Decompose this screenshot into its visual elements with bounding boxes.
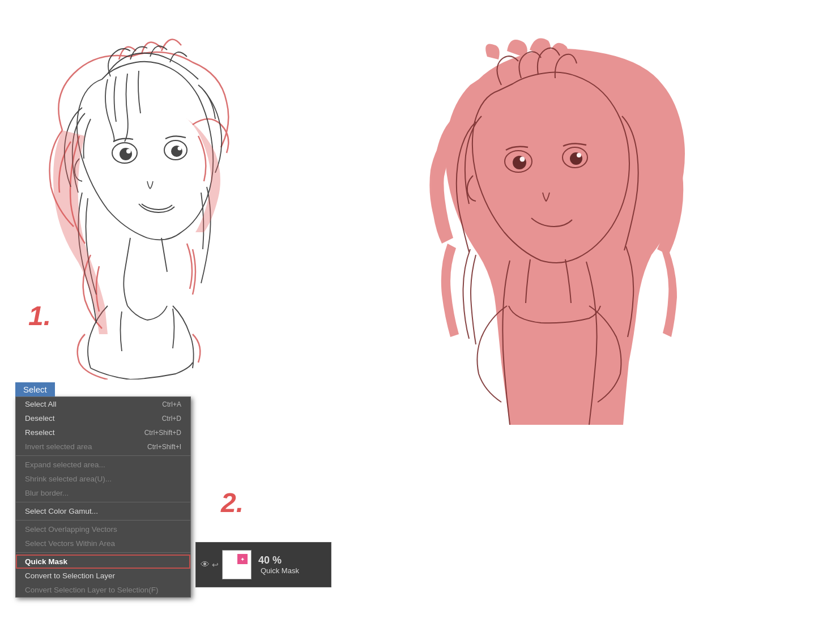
svg-point-5 bbox=[178, 147, 182, 151]
menu-separator bbox=[16, 455, 190, 456]
menu-separator-3 bbox=[16, 520, 190, 521]
eye-icon: 👁 bbox=[201, 560, 210, 570]
menu-item-label: Select Overlapping Vectors bbox=[25, 525, 117, 534]
menu-item-label: Select Color Gamut... bbox=[25, 507, 98, 515]
menu-item-select-all[interactable]: Select All Ctrl+A bbox=[16, 397, 190, 411]
menu-item-shortcut: Ctrl+D bbox=[162, 415, 181, 423]
menu-item-shortcut: Ctrl+A bbox=[162, 400, 181, 408]
quick-mask-panel: 👁 ↩ ✦ 40 % Quick Mask bbox=[195, 542, 331, 587]
left-character-sketch bbox=[17, 28, 334, 379]
step-1-text: 1. bbox=[28, 301, 51, 331]
menu-item-label: Shrink selected area(U)... bbox=[25, 475, 112, 483]
menu-item-label: Reselect bbox=[25, 428, 55, 437]
menu-item-convert-to-selection[interactable]: Convert Selection Layer to Selection(F) bbox=[16, 583, 190, 597]
menu-item-label: Blur border... bbox=[25, 489, 69, 497]
menu-item-expand[interactable]: Expand selected area... bbox=[16, 458, 190, 472]
pink-mask-icon: ✦ bbox=[236, 553, 249, 565]
menu-title-text: Select bbox=[23, 385, 47, 394]
svg-point-10 bbox=[520, 157, 525, 162]
quick-mask-label: Quick Mask bbox=[261, 566, 299, 575]
menu-item-convert-selection-layer[interactable]: Convert to Selection Layer bbox=[16, 569, 190, 583]
menu-separator-4 bbox=[16, 552, 190, 553]
menu-item-label: Deselect bbox=[25, 414, 55, 423]
menu-separator-2 bbox=[16, 502, 190, 502]
menu-item-color-gamut[interactable]: Select Color Gamut... bbox=[16, 504, 190, 518]
quick-mask-percentage: 40 % bbox=[258, 555, 299, 566]
canvas-area: 1. 2. Select Select All Ctrl+A Deselect … bbox=[0, 0, 818, 644]
menu-item-blur-border[interactable]: Blur border... bbox=[16, 486, 190, 500]
menu-item-label: Convert to Selection Layer bbox=[25, 572, 115, 580]
menu-item-label: Expand selected area... bbox=[25, 460, 105, 469]
menu-item-label: Select Vectors Within Area bbox=[25, 539, 115, 548]
menu-item-vectors-within[interactable]: Select Vectors Within Area bbox=[16, 536, 190, 551]
menu-title[interactable]: Select bbox=[15, 382, 55, 396]
quick-mask-preview: ✦ bbox=[222, 550, 252, 579]
right-character-red bbox=[385, 28, 782, 442]
arrow-icon: ↩ bbox=[212, 560, 219, 569]
menu-item-invert[interactable]: Invert selected area Ctrl+Shift+I bbox=[16, 440, 190, 454]
menu-item-quick-mask[interactable]: Quick Mask bbox=[16, 555, 190, 569]
menu-item-deselect[interactable]: Deselect Ctrl+D bbox=[16, 411, 190, 425]
step-2-text: 2. bbox=[221, 488, 244, 518]
menu-item-label: Convert Selection Layer to Selection(F) bbox=[25, 586, 159, 594]
panel-icons: 👁 ↩ bbox=[201, 560, 219, 570]
menu-item-shortcut: Ctrl+Shift+D bbox=[144, 429, 181, 437]
menu-item-shortcut: Ctrl+Shift+I bbox=[147, 443, 181, 451]
menu-item-overlapping-vectors[interactable]: Select Overlapping Vectors bbox=[16, 522, 190, 536]
step-label-1: 1. bbox=[28, 300, 51, 331]
dropdown-menu: Select All Ctrl+A Deselect Ctrl+D Resele… bbox=[15, 396, 191, 598]
svg-point-11 bbox=[577, 153, 581, 157]
menu-item-label: Invert selected area bbox=[25, 442, 92, 451]
menu-item-reselect[interactable]: Reselect Ctrl+Shift+D bbox=[16, 425, 190, 440]
svg-point-4 bbox=[126, 149, 131, 153]
menu-item-label: Quick Mask bbox=[25, 557, 67, 566]
menu-item-label: Select All bbox=[25, 400, 57, 408]
menu-item-shrink[interactable]: Shrink selected area(U)... bbox=[16, 472, 190, 486]
select-menu[interactable]: Select Select All Ctrl+A Deselect Ctrl+D… bbox=[15, 382, 191, 598]
step-label-2: 2. bbox=[221, 487, 244, 518]
